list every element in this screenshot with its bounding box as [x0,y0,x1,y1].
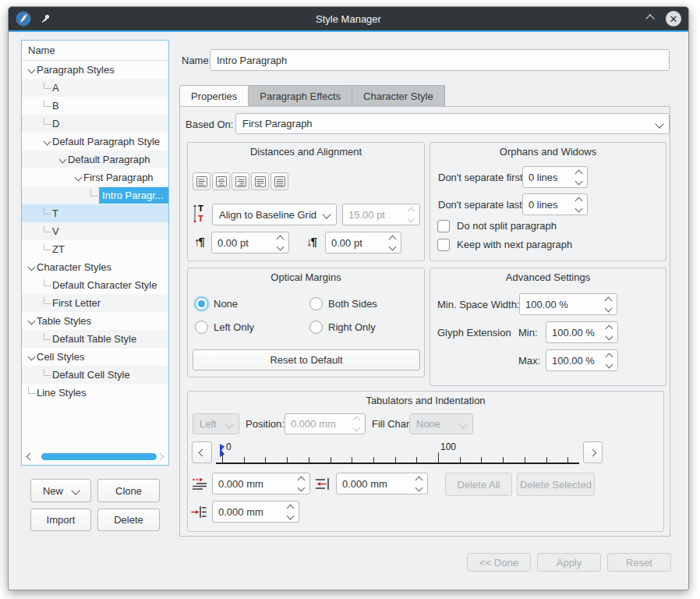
reset-button[interactable]: Reset [607,553,671,572]
optical-right-only-label: Right Only [328,321,376,333]
tree-row[interactable]: Cell Styles [22,348,168,366]
spinner-arrows[interactable] [576,198,582,211]
style-name-input[interactable] [210,49,670,71]
shade-up-icon[interactable] [642,10,659,27]
align-center-button[interactable] [212,172,230,190]
expander-icon[interactable] [27,318,37,324]
optical-both-sides-radio[interactable] [309,297,323,310]
import-button[interactable]: Import [30,509,91,531]
tree-row[interactable]: First Paragraph [22,168,168,186]
tab-properties[interactable]: Properties [179,85,249,106]
new-button[interactable]: New [30,479,91,502]
left-indent-spinbox[interactable]: 0.000 mm [212,501,299,523]
tree-row[interactable]: T [22,204,168,222]
spinner-arrows[interactable] [278,236,283,250]
tree-row[interactable]: ZT [22,240,168,258]
tree-row[interactable]: Paragraph Styles [22,61,168,79]
space-below-spinbox[interactable]: 0.00 pt [325,232,401,253]
tree-row[interactable]: A [22,79,168,97]
dont-separate-first-spinbox[interactable]: 0 lines [522,166,588,188]
branch-icon [42,82,52,94]
based-on-combobox[interactable]: First Paragraph [235,113,670,134]
tree-horizontal-scrollbar[interactable] [24,451,166,462]
tree-row[interactable]: Character Styles [22,258,168,276]
branch-icon [42,100,52,112]
reset-to-default-button[interactable]: Reset to Default [193,349,420,370]
titlebar[interactable]: Style Manager ✕ [9,7,688,30]
optical-left-only-radio[interactable] [195,321,208,334]
tab-character-style[interactable]: Character Style [352,85,445,106]
delete-all-button[interactable]: Delete All [445,473,512,496]
align-left-button[interactable] [193,172,210,190]
close-icon[interactable]: ✕ [665,10,682,27]
scribus-logo-icon[interactable] [15,10,32,27]
tab-paragraph-effects[interactable]: Paragraph Effects [249,85,352,106]
fill-char-combobox[interactable]: None [409,413,473,434]
spinner-arrows[interactable] [606,298,611,311]
ruler-scroll-right-button[interactable] [583,441,603,463]
clone-button[interactable]: Clone [97,479,160,502]
branch-icon [42,118,52,130]
optical-right-only-radio[interactable] [309,321,323,334]
align-right-button[interactable] [232,172,249,190]
space-above-spinbox[interactable]: 0.00 pt [211,232,289,253]
tree-row[interactable]: D [22,115,168,133]
tab-ruler[interactable]: 0 100 [216,441,579,465]
expander-icon[interactable] [58,157,68,162]
tree-row[interactable]: Table Styles [22,312,168,330]
spinner-arrows[interactable] [576,171,582,184]
spinner-arrows[interactable] [416,477,422,491]
spinner-arrows[interactable] [390,236,395,250]
done-button[interactable]: << Done [467,553,531,572]
optical-none-radio[interactable] [195,297,208,310]
spinner-arrows[interactable] [288,505,293,519]
delete-button[interactable]: Delete [97,509,160,531]
tree-row-selected[interactable]: Intro Paragr... [22,186,168,204]
spinner-arrows[interactable] [299,477,304,491]
scrollbar-thumb[interactable] [41,453,157,460]
align-justify-button[interactable] [251,172,269,190]
tree-row[interactable]: B [22,97,168,115]
dont-separate-last-spinbox[interactable]: 0 lines [522,193,588,215]
tab-type-combobox[interactable]: Left [193,413,239,434]
tree-row[interactable]: Default Paragraph [22,151,168,168]
tree-row[interactable]: Default Cell Style [22,366,168,384]
expander-icon[interactable] [73,175,83,180]
delete-selected-button[interactable]: Delete Selected [517,473,595,496]
spinner-arrows[interactable] [408,208,414,222]
glyph-max-spinbox[interactable]: 100.00 % [546,349,618,371]
spinner-arrows[interactable] [606,326,612,339]
tree-row[interactable]: Default Table Style [22,330,168,348]
tree-row[interactable]: Line Styles [22,384,168,402]
pin-icon[interactable] [37,10,54,27]
tab-position-spinbox[interactable]: 0.000 mm [285,413,366,434]
line-spacing-mode-combobox[interactable]: Align to Baseline Grid [212,204,337,225]
right-indent-spinbox[interactable]: 0.000 mm [336,473,428,494]
space-above-icon: ↑¶ [194,236,203,247]
keep-with-next-checkbox[interactable] [437,239,450,251]
expander-icon[interactable] [27,264,37,270]
expander-icon[interactable] [27,354,37,360]
scroll-left-icon[interactable] [27,452,34,460]
expander-icon[interactable] [42,139,52,144]
group-distances-alignment: Distances and Alignment T T Align to [187,142,425,261]
first-line-indent-spinbox[interactable]: 0.000 mm [212,473,310,494]
tree-row[interactable]: V [22,222,168,240]
spinner-arrows[interactable] [354,417,359,431]
branch-icon [42,369,52,381]
ruler-scroll-left-button[interactable] [192,441,212,463]
apply-button[interactable]: Apply [537,553,601,572]
tree-row[interactable]: Default Paragraph Style [22,133,168,151]
tree-row[interactable]: First Letter [22,294,168,312]
name-label: Name: [182,55,211,66]
scroll-right-icon[interactable] [157,452,164,460]
do-not-split-checkbox[interactable] [437,220,450,232]
min-space-width-spinbox[interactable]: 100.00 % [519,293,617,315]
line-spacing-value-spinbox[interactable]: 15.00 pt [342,204,420,225]
expander-icon[interactable] [27,67,37,73]
glyph-min-spinbox[interactable]: 100.00 % [546,321,618,343]
align-force-justify-button[interactable] [270,172,288,190]
tree-row[interactable]: Default Character Style [22,276,168,294]
spinner-arrows[interactable] [606,354,612,367]
style-tree[interactable]: Name Paragraph Styles A B D Default Para… [21,40,169,466]
